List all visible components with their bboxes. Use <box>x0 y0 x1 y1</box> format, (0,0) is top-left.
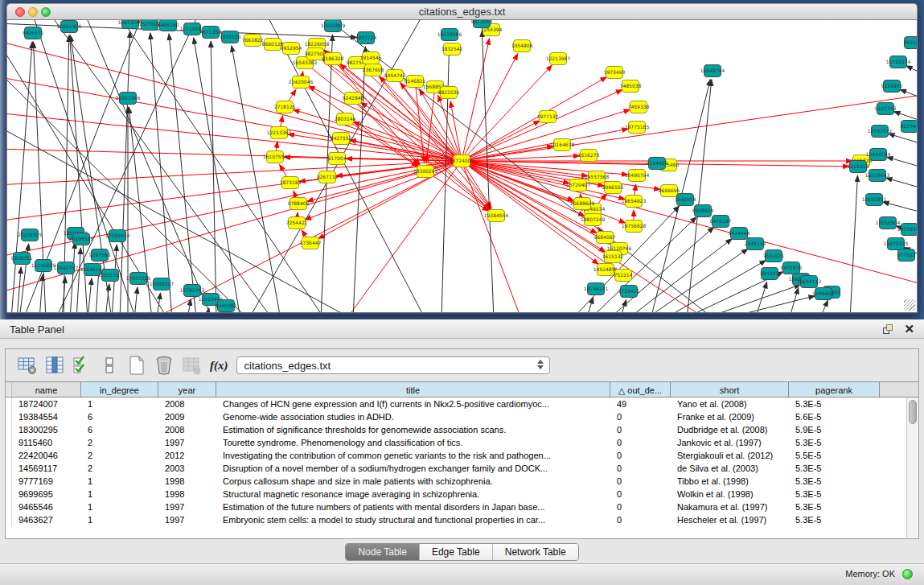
graph-node-19654923[interactable]: 19654923 <box>622 196 647 208</box>
column-header-short[interactable]: short <box>671 382 789 397</box>
table-row[interactable]: 946362711997Embryonic stem cells: a mode… <box>6 513 918 526</box>
table-row[interactable]: 969969511998Structural magnetic resonanc… <box>6 488 918 501</box>
cell-short[interactable]: de Silva et al. (2003) <box>671 462 789 475</box>
graph-node-9474444[interactable]: 9474444 <box>729 228 750 240</box>
table-row[interactable]: 977716911998Corpus callosum shape and si… <box>6 475 918 488</box>
cell-out_degree[interactable]: 0 <box>610 488 671 501</box>
cell-year[interactable]: 2009 <box>158 410 216 423</box>
graph-node-9154469[interactable]: 9154469 <box>647 158 668 170</box>
graph-node-752214[interactable]: 752214 <box>614 270 633 282</box>
graph-node-9245082[interactable]: 9245082 <box>216 300 237 312</box>
graph-node-6479197[interactable]: 6479197 <box>710 216 732 228</box>
graph-node-15751074[interactable]: 15751074 <box>886 56 911 68</box>
cell-in_degree[interactable]: 1 <box>81 513 158 526</box>
graph-node-16210643[interactable]: 16210643 <box>865 170 890 182</box>
cell-in_degree[interactable]: 1 <box>81 398 158 410</box>
graph-node-1873183[interactable]: 1873183 <box>280 177 302 189</box>
graph-node-9788409[interactable]: 9788409 <box>288 198 310 210</box>
column-header-name[interactable]: name <box>12 382 81 397</box>
cell-in_degree[interactable]: 6 <box>81 410 158 423</box>
cell-name[interactable]: 9465546 <box>12 501 81 513</box>
cell-title[interactable]: Structural magnetic resonance image aver… <box>216 488 610 501</box>
cell-year[interactable]: 1997 <box>158 513 216 526</box>
graph-node-19218586[interactable]: 19218586 <box>437 29 462 41</box>
cell-title[interactable]: Disruption of a novel member of a sodium… <box>216 462 610 475</box>
graph-node-10688609[interactable]: 10688609 <box>570 198 595 210</box>
cell-title[interactable]: Investigating the contribution of common… <box>216 449 610 462</box>
cell-in_degree[interactable]: 2 <box>81 449 158 462</box>
network-graph[interactable]: 1872400776638228660128991295416543382224… <box>7 20 917 312</box>
cell-name[interactable]: 22420046 <box>12 449 81 462</box>
graph-node-9297588[interactable]: 9297588 <box>89 249 111 262</box>
column-header-pagerank[interactable]: pagerank <box>789 382 880 397</box>
table-row[interactable]: 911546021997Tourette syndrome. Phenomeno… <box>6 436 918 449</box>
cell-in_degree[interactable]: 2 <box>81 436 158 449</box>
cell-short[interactable]: Nakamura et al. (1997) <box>671 501 789 513</box>
graph-node-18724007[interactable]: 18724007 <box>450 155 474 167</box>
graph-node-1615132[interactable]: 1615132 <box>602 251 624 263</box>
graph-node-17957225[interactable]: 17957225 <box>126 273 151 285</box>
cell-year[interactable]: 2003 <box>158 462 216 475</box>
graph-node-12093872[interactable]: 12093872 <box>868 126 893 138</box>
float-icon[interactable] <box>882 323 893 335</box>
graph-node-927744[interactable]: 927744 <box>901 121 917 133</box>
cell-name[interactable]: 9115460 <box>12 436 81 449</box>
table-row[interactable]: 2242004622012Investigating the contribut… <box>6 449 918 462</box>
graph-node-9245652[interactable]: 9245652 <box>813 288 835 300</box>
graph-node-8186328[interactable]: 8186328 <box>322 53 344 65</box>
graph-node-7515526[interactable]: 7515526 <box>220 31 241 43</box>
graph-node-16033809[interactable]: 16033809 <box>321 20 346 32</box>
graph-node-10164678[interactable]: 10164678 <box>550 139 575 151</box>
graph-node-18775165[interactable]: 18775165 <box>625 122 650 134</box>
graph-node-7663822[interactable]: 7663822 <box>242 35 264 47</box>
graph-node-7485038[interactable]: 7485038 <box>620 80 642 93</box>
graph-node-677103[interactable]: 677103 <box>897 249 916 262</box>
graph-node-13942757[interactable]: 13942757 <box>54 262 79 274</box>
graph-node-19756928[interactable]: 19756928 <box>622 220 647 233</box>
graph-node-22420046[interactable]: 22420046 <box>289 76 314 89</box>
graph-node-959108[interactable]: 959108 <box>904 37 917 49</box>
cell-out_degree[interactable]: 0 <box>610 449 671 462</box>
panel-close-icon[interactable]: ✕ <box>904 319 914 339</box>
graph-node-16648794[interactable]: 16648794 <box>700 65 725 77</box>
graph-node-2935114[interactable]: 2935114 <box>745 238 766 250</box>
graph-node-1973493[interactable]: 1973493 <box>604 67 626 79</box>
graph-node-8454743[interactable]: 8454743 <box>384 70 406 82</box>
cell-year[interactable]: 2012 <box>158 449 216 462</box>
graph-node-2367608[interactable]: 2367608 <box>363 64 384 76</box>
graph-node-9315051[interactable]: 9315051 <box>11 253 33 265</box>
table-row[interactable]: 1872400712008Changes of HCN gene express… <box>6 398 918 410</box>
network-window-titlebar[interactable]: citations_edges.txt <box>6 3 918 20</box>
cell-pagerank[interactable]: 5.3E-5 <box>789 488 880 501</box>
graph-node-4671358[interactable]: 4671358 <box>200 27 222 39</box>
graph-node-17359924[interactable]: 17359924 <box>105 230 130 242</box>
graph-node-11156829[interactable]: 11156829 <box>31 260 56 272</box>
graph-node-16782753[interactable]: 16782753 <box>180 285 205 297</box>
cell-out_degree[interactable]: 49 <box>610 398 671 410</box>
network-canvas[interactable]: 1872400776638228660128991295416543382224… <box>6 20 918 313</box>
tab-node-table[interactable]: Node Table <box>346 544 419 560</box>
cell-name[interactable]: 19384554 <box>12 410 81 423</box>
cell-year[interactable]: 1998 <box>158 488 216 501</box>
graph-node-8471676[interactable]: 8471676 <box>781 262 803 274</box>
memory-ok-indicator[interactable] <box>902 569 913 579</box>
cell-short[interactable]: Yano et al. (2008) <box>671 398 789 410</box>
graph-node-1832542[interactable]: 1832542 <box>441 43 463 56</box>
cell-title[interactable]: Estimation of the future numbers of pati… <box>216 501 610 513</box>
cell-pagerank[interactable]: 5.9E-5 <box>789 423 880 436</box>
cell-short[interactable]: Franke et al. (2009) <box>671 410 789 423</box>
graph-node-1914546[interactable]: 1914546 <box>360 52 382 64</box>
cell-out_degree[interactable]: 0 <box>610 436 671 449</box>
graph-node-1733426[interactable]: 1733426 <box>618 286 640 298</box>
cell-pagerank[interactable]: 5.3E-5 <box>789 398 880 410</box>
cell-short[interactable]: Stergiakouli et al. (2012) <box>671 449 789 462</box>
graph-node-20691406[interactable]: 20691406 <box>57 21 82 33</box>
graph-node-9405571[interactable]: 9405571 <box>23 27 44 39</box>
graph-node-9684067[interactable]: 9684067 <box>594 232 616 244</box>
vertical-scrollbar[interactable] <box>906 398 918 538</box>
graph-node-10770345[interactable]: 10770345 <box>897 224 917 236</box>
graph-node-15720407[interactable]: 15720407 <box>566 179 591 192</box>
show-columns-button[interactable] <box>43 353 67 377</box>
scrollbar-thumb[interactable] <box>909 400 917 424</box>
cell-title[interactable]: Estimation of significance thresholds fo… <box>216 423 610 436</box>
